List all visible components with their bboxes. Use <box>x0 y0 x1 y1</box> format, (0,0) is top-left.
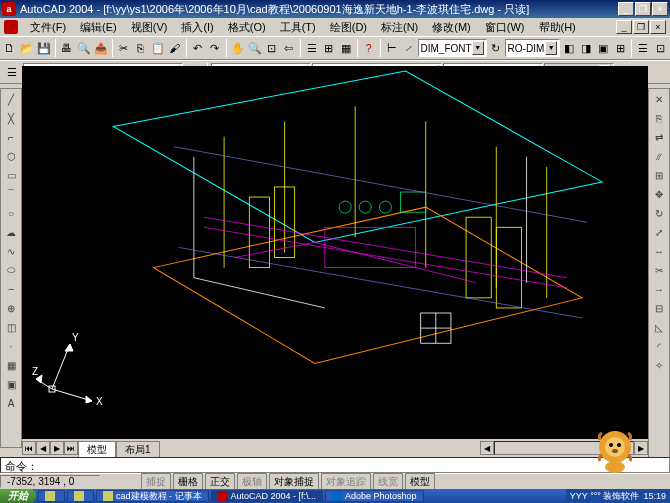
offset-icon[interactable]: ⫽ <box>649 147 669 165</box>
zoomrt-icon[interactable]: 🔍 <box>247 38 263 58</box>
minimize-button[interactable]: _ <box>618 2 634 16</box>
stretch-icon[interactable]: ↔ <box>649 242 669 260</box>
erase-icon[interactable]: ✕ <box>649 90 669 108</box>
designcenter-icon[interactable]: ⊞ <box>321 38 337 58</box>
task-autocad[interactable]: AutoCAD 2004 - [f:\... <box>211 490 324 502</box>
quicklaunch-1[interactable] <box>38 490 65 502</box>
layer-manager-icon[interactable]: ☰ <box>2 62 22 82</box>
new-icon[interactable]: 🗋 <box>2 38 18 58</box>
pline-icon[interactable]: ⌐ <box>1 128 21 146</box>
task-photoshop[interactable]: Adobe Photoshop <box>325 490 424 502</box>
dim-update-icon[interactable]: ↻ <box>488 38 504 58</box>
zoomwin-icon[interactable]: ⊡ <box>264 38 280 58</box>
ellipse-icon[interactable]: ⬭ <box>1 261 21 279</box>
trim-icon[interactable]: ✂ <box>649 261 669 279</box>
arc-icon[interactable]: ⌒ <box>1 185 21 203</box>
menu-view[interactable]: 视图(V) <box>125 19 174 36</box>
publish-icon[interactable]: 📤 <box>93 38 109 58</box>
snap-toggle[interactable]: 捕捉 <box>141 473 171 491</box>
tab-first-icon[interactable]: ⏮ <box>22 441 36 455</box>
circle-icon[interactable]: ○ <box>1 204 21 222</box>
command-line[interactable]: 命令： <box>0 457 670 473</box>
menu-insert[interactable]: 插入(I) <box>175 19 219 36</box>
tab-last-icon[interactable]: ⏭ <box>64 441 78 455</box>
grid-toggle[interactable]: 栅格 <box>173 473 203 491</box>
block-icon[interactable]: ◫ <box>1 318 21 336</box>
ellipsearc-icon[interactable]: ⌢ <box>1 280 21 298</box>
dimstyle-combo[interactable]: DIM_FONT▼ <box>418 39 487 57</box>
text-icon[interactable]: A <box>1 394 21 412</box>
hatch-icon[interactable]: ▦ <box>1 356 21 374</box>
chamfer-icon[interactable]: ◺ <box>649 318 669 336</box>
properties-icon[interactable]: ☰ <box>304 38 320 58</box>
lwt-toggle[interactable]: 线宽 <box>373 473 403 491</box>
dim-tool1-icon[interactable]: ◧ <box>561 38 577 58</box>
line-icon[interactable]: ╱ <box>1 90 21 108</box>
revcloud-icon[interactable]: ☁ <box>1 223 21 241</box>
dim-tool5-icon[interactable]: ☰ <box>635 38 651 58</box>
print-icon[interactable]: 🖶 <box>59 38 75 58</box>
tab-prev-icon[interactable]: ◀ <box>36 441 50 455</box>
start-button[interactable]: 开始 <box>0 489 36 503</box>
hscroll-right-icon[interactable]: ▶ <box>634 441 648 455</box>
pan-icon[interactable]: ✋ <box>230 38 246 58</box>
help-icon[interactable]: ? <box>361 38 377 58</box>
point-icon[interactable]: · <box>1 337 21 355</box>
tab-next-icon[interactable]: ▶ <box>50 441 64 455</box>
explode-icon[interactable]: ✧ <box>649 356 669 374</box>
menu-dimension[interactable]: 标注(N) <box>375 19 424 36</box>
scale-icon[interactable]: ⤢ <box>649 223 669 241</box>
copy-icon[interactable]: ⎘ <box>133 38 149 58</box>
mirror-icon[interactable]: ⇄ <box>649 128 669 146</box>
menu-file[interactable]: 文件(F) <box>24 19 72 36</box>
mdi-restore-button[interactable]: ❐ <box>633 20 649 34</box>
dim-aligned-icon[interactable]: ⟋ <box>401 38 417 58</box>
move-icon[interactable]: ✥ <box>649 185 669 203</box>
open-icon[interactable]: 📂 <box>19 38 35 58</box>
menu-help[interactable]: 帮助(H) <box>533 19 582 36</box>
menu-tools[interactable]: 工具(T) <box>274 19 322 36</box>
model-toggle[interactable]: 模型 <box>405 473 435 491</box>
save-icon[interactable]: 💾 <box>36 38 52 58</box>
dim-tool6-icon[interactable]: ⊡ <box>652 38 668 58</box>
polygon-icon[interactable]: ⬡ <box>1 147 21 165</box>
toolpalette-icon[interactable]: ▦ <box>338 38 354 58</box>
spline-icon[interactable]: ∿ <box>1 242 21 260</box>
hscrollbar[interactable] <box>494 441 634 455</box>
menu-format[interactable]: 格式(O) <box>222 19 272 36</box>
menu-edit[interactable]: 编辑(E) <box>74 19 123 36</box>
drawing-viewport[interactable]: X Y Z <box>22 66 648 439</box>
preview-icon[interactable]: 🔍 <box>76 38 92 58</box>
close-button[interactable]: × <box>652 2 668 16</box>
hscroll-left-icon[interactable]: ◀ <box>480 441 494 455</box>
array-icon[interactable]: ⊞ <box>649 166 669 184</box>
dim-tool3-icon[interactable]: ▣ <box>595 38 611 58</box>
rotate-icon[interactable]: ↻ <box>649 204 669 222</box>
polar-toggle[interactable]: 极轴 <box>237 473 267 491</box>
coordinates-readout[interactable]: -7352, 3194 , 0 <box>0 475 100 488</box>
otrack-toggle[interactable]: 对象追踪 <box>321 473 371 491</box>
rectangle-icon[interactable]: ▭ <box>1 166 21 184</box>
zoomprev-icon[interactable]: ⇦ <box>281 38 297 58</box>
undo-icon[interactable]: ↶ <box>190 38 206 58</box>
mdi-close-button[interactable]: × <box>650 20 666 34</box>
region-icon[interactable]: ▣ <box>1 375 21 393</box>
menu-window[interactable]: 窗口(W) <box>479 19 531 36</box>
task-notepad[interactable]: cad建模教程 - 记事本 <box>96 490 209 502</box>
menu-draw[interactable]: 绘图(D) <box>324 19 373 36</box>
fillet-icon[interactable]: ◜ <box>649 337 669 355</box>
paste-icon[interactable]: 📋 <box>150 38 166 58</box>
extend-icon[interactable]: → <box>649 280 669 298</box>
quicklaunch-2[interactable] <box>67 490 94 502</box>
matchprop-icon[interactable]: 🖌 <box>167 38 183 58</box>
cut-icon[interactable]: ✂ <box>116 38 132 58</box>
dim-linear-icon[interactable]: ⊢ <box>384 38 400 58</box>
menu-modify[interactable]: 修改(M) <box>426 19 477 36</box>
dim-tool2-icon[interactable]: ◨ <box>578 38 594 58</box>
osnap-toggle[interactable]: 对象捕捉 <box>269 473 319 491</box>
xline-icon[interactable]: ╳ <box>1 109 21 127</box>
ortho-toggle[interactable]: 正交 <box>205 473 235 491</box>
redo-icon[interactable]: ↷ <box>207 38 223 58</box>
dim-tool4-icon[interactable]: ⊞ <box>612 38 628 58</box>
break-icon[interactable]: ⊟ <box>649 299 669 317</box>
